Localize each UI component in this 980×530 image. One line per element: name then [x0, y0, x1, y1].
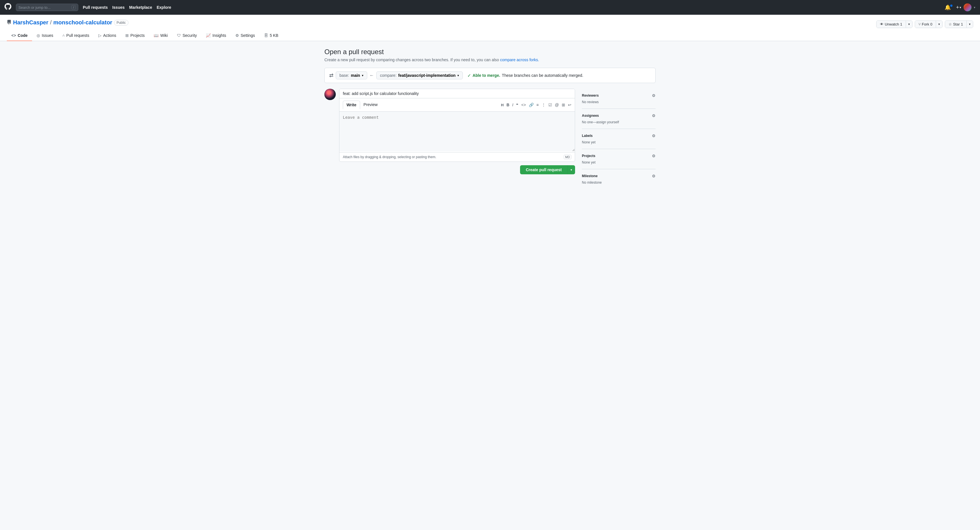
repo-name[interactable]: monschool-calculator — [53, 19, 112, 26]
page-title: Open a pull request — [325, 48, 655, 56]
compare-label: compare: — [380, 73, 396, 78]
projects-icon: ⊞ — [125, 33, 129, 38]
repo-icon — [7, 20, 11, 25]
labels-title: Labels — [582, 134, 593, 138]
tab-storage[interactable]: 🗄 5 KB — [259, 30, 283, 41]
tab-security[interactable]: 🛡 Security — [172, 30, 202, 41]
search-bar[interactable]: Search or jump to... / — [16, 4, 78, 11]
pr-footer: Attach files by dragging & dropping, sel… — [339, 152, 575, 162]
unwatch-main[interactable]: 👁 Unwatch 1 — [877, 21, 906, 28]
labels-header: Labels ⚙ — [582, 133, 655, 138]
milestone-gear-icon[interactable]: ⚙ — [652, 174, 655, 178]
create-pr-button[interactable]: Create pull request — [520, 165, 568, 174]
unordered-list-icon[interactable]: ≡ — [536, 103, 539, 107]
projects-section: Projects ⚙ None yet — [582, 149, 655, 169]
notifications-button[interactable]: 🔔 — [945, 4, 954, 11]
projects-header: Projects ⚙ — [582, 154, 655, 158]
task-list-icon[interactable]: ☑ — [549, 103, 552, 107]
pr-title-input[interactable] — [339, 89, 575, 98]
create-new-button[interactable]: + ▾ — [956, 5, 961, 11]
avatar-image — [325, 89, 336, 100]
code-inline-icon[interactable]: <> — [521, 103, 526, 107]
bold-icon[interactable]: B — [506, 103, 509, 107]
top-navigation: Search or jump to... / Pull requests Iss… — [0, 0, 980, 15]
tab-storage-label: 5 KB — [270, 33, 278, 38]
star-main[interactable]: ☆ Star 1 — [945, 21, 967, 28]
user-avatar-pr — [325, 89, 336, 100]
tab-settings[interactable]: ⚙ Settings — [231, 30, 260, 41]
xref-icon[interactable]: ⊞ — [562, 103, 565, 107]
actions-icon: ▷ — [99, 33, 102, 38]
avatar-caret[interactable]: ▾ — [974, 6, 975, 10]
assignees-section: Assignees ⚙ No one—assign yourself — [582, 109, 655, 129]
italic-icon[interactable]: I — [512, 103, 513, 107]
assign-yourself-link[interactable]: assign yourself — [597, 120, 619, 124]
search-kbd-hint: / — [72, 5, 76, 10]
heading-icon[interactable]: H — [501, 103, 504, 107]
create-pr-button-group[interactable]: Create pull request ▾ — [520, 165, 575, 174]
repo-nav: <> Code ◎ Issues ⑃ Pull requests ▷ Actio… — [7, 30, 973, 41]
mention-icon[interactable]: @ — [555, 103, 559, 107]
fork-count: 0 — [931, 22, 932, 26]
pr-comment-textarea[interactable] — [339, 112, 575, 151]
star-count: 1 — [961, 22, 963, 26]
pr-form-content: Write Preview H B I ❝ <> 🔗 — [339, 89, 575, 174]
tab-insights-label: Insights — [212, 33, 226, 38]
compare-forks-link[interactable]: compare across forks. — [500, 57, 539, 62]
nav-issues[interactable]: Issues — [112, 5, 125, 10]
labels-gear-icon[interactable]: ⚙ — [652, 133, 655, 138]
nav-explore[interactable]: Explore — [156, 5, 171, 10]
star-caret[interactable]: ▾ — [967, 21, 973, 28]
compare-branch-name: feat/javascript-implementation — [398, 73, 455, 78]
reviewers-title: Reviewers — [582, 94, 598, 97]
editor-toolbar-icons: H B I ❝ <> 🔗 ≡ ⋮ ☑ @ ⊞ — [501, 103, 571, 107]
write-tab[interactable]: Write — [343, 101, 360, 109]
assignees-title: Assignees — [582, 114, 599, 117]
preview-tab[interactable]: Preview — [360, 101, 381, 109]
github-logo[interactable] — [5, 3, 11, 12]
tab-actions[interactable]: ▷ Actions — [94, 30, 121, 41]
projects-gear-icon[interactable]: ⚙ — [652, 154, 655, 158]
fork-caret[interactable]: ▾ — [936, 21, 942, 28]
undo-icon[interactable]: ↩ — [568, 103, 571, 107]
storage-icon: 🗄 — [264, 33, 268, 38]
unwatch-button[interactable]: 👁 Unwatch 1 ▾ — [876, 21, 913, 28]
nav-marketplace[interactable]: Marketplace — [129, 5, 152, 10]
repo-separator: / — [50, 19, 52, 26]
nav-pull-requests[interactable]: Pull requests — [83, 5, 108, 10]
fork-main[interactable]: ⑂ Fork 0 — [915, 21, 936, 28]
labels-value: None yet — [582, 140, 655, 144]
assignees-gear-icon[interactable]: ⚙ — [652, 113, 655, 118]
reviewers-gear-icon[interactable]: ⚙ — [652, 93, 655, 98]
ordered-list-icon[interactable]: ⋮ — [542, 103, 546, 107]
tab-wiki[interactable]: 📖 Wiki — [149, 30, 172, 41]
create-pr-caret[interactable]: ▾ — [568, 165, 575, 174]
tab-pr-label: Pull requests — [66, 33, 89, 38]
fork-button[interactable]: ⑂ Fork 0 ▾ — [915, 21, 943, 28]
issues-icon: ◎ — [37, 33, 40, 38]
tab-code[interactable]: <> Code — [7, 30, 32, 41]
pr-editor-toolbar: Write Preview H B I ❝ <> 🔗 — [339, 98, 575, 112]
tab-pull-requests[interactable]: ⑃ Pull requests — [58, 30, 94, 41]
code-icon: <> — [11, 33, 16, 38]
tab-projects[interactable]: ⊞ Projects — [121, 30, 150, 41]
repo-owner[interactable]: HarshCasper — [13, 19, 48, 26]
tab-insights[interactable]: 📈 Insights — [201, 30, 231, 41]
unwatch-caret[interactable]: ▾ — [906, 21, 912, 28]
attach-files-text: Attach files by dragging & dropping, sel… — [343, 155, 436, 159]
base-branch-selector[interactable]: base: main ▾ — [336, 71, 367, 79]
star-button[interactable]: ☆ Star 1 ▾ — [945, 21, 973, 28]
milestone-header: Milestone ⚙ — [582, 174, 655, 178]
tab-issues-label: Issues — [42, 33, 53, 38]
milestone-value: No milestone — [582, 181, 655, 184]
link-icon[interactable]: 🔗 — [529, 103, 534, 107]
quote-icon[interactable]: ❝ — [516, 103, 519, 107]
compare-branch-selector[interactable]: compare: feat/javascript-implementation … — [376, 71, 463, 79]
tab-issues[interactable]: ◎ Issues — [32, 30, 57, 41]
merge-able-text: Able to merge. — [473, 73, 500, 78]
projects-value: None yet — [582, 160, 655, 164]
tab-security-label: Security — [183, 33, 197, 38]
compare-caret-icon: ▾ — [457, 74, 459, 78]
branch-selector-row: ⇄ base: main ▾ ← compare: feat/javascrip… — [325, 68, 655, 83]
user-avatar[interactable] — [964, 3, 972, 11]
